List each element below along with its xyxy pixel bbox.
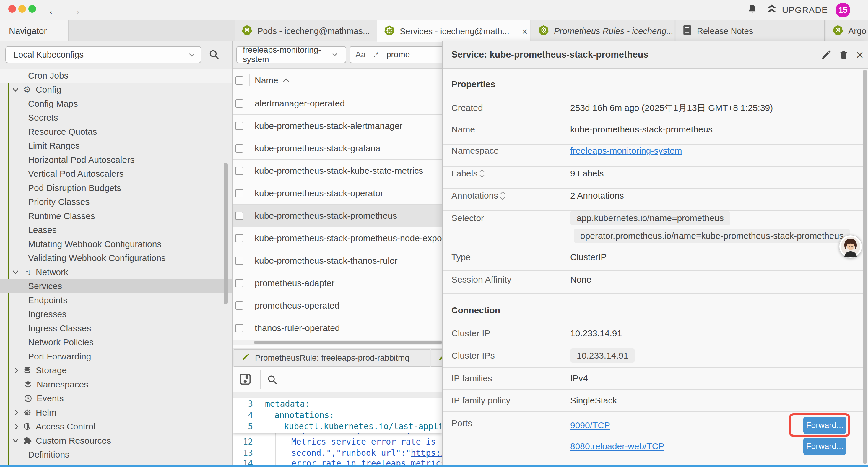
- sidebar-item-limit-ranges[interactable]: Limit Ranges: [0, 139, 233, 153]
- bell-icon[interactable]: [747, 4, 758, 17]
- yaml-editor[interactable]: 11 0","for":"1m","labels":{"service":" 1…: [233, 399, 442, 467]
- sidebar-item-ingresses[interactable]: Ingresses: [0, 308, 233, 322]
- sidebar-item-namespaces[interactable]: Namespaces: [0, 377, 233, 391]
- table-row[interactable]: alertmanager-operated: [233, 92, 442, 115]
- sidebar-item-config-maps[interactable]: Config Maps: [0, 97, 233, 111]
- port-link[interactable]: 9090/TCP: [570, 419, 610, 431]
- sidebar-item-ingress-classes[interactable]: Ingress Classes: [0, 321, 233, 335]
- tab-services[interactable]: Services - icecheng@math... ×: [377, 20, 530, 42]
- sidebar-item-network-policies[interactable]: Network Policies: [0, 335, 233, 350]
- close-icon[interactable]: ×: [854, 49, 866, 61]
- forward-arrow-icon[interactable]: →: [70, 2, 82, 18]
- sidebar-item-services[interactable]: Services: [0, 279, 233, 293]
- sidebar-item-definitions[interactable]: Definitions: [0, 448, 233, 462]
- sidebar-item-mutating-webhook-configurations[interactable]: Mutating Webhook Configurations: [0, 237, 233, 251]
- sidebar-item-helm[interactable]: Helm: [0, 406, 233, 420]
- sidebar-item-validating-webhook-configurations[interactable]: Validating Webhook Configurations: [0, 251, 233, 265]
- save-icon[interactable]: [239, 373, 252, 388]
- regex-toggle[interactable]: .*: [373, 50, 379, 59]
- custom-resources-puzzle-icon: [22, 436, 32, 445]
- field-value: kube-prometheus-stack-prometheus: [570, 123, 713, 135]
- forward-button[interactable]: Forward...: [803, 438, 846, 455]
- column-header-name[interactable]: Name: [255, 68, 289, 92]
- sidebar-item-storage[interactable]: Storage: [0, 363, 233, 378]
- service-search-input[interactable]: Aa .* prome: [349, 46, 442, 63]
- row-checkbox[interactable]: [235, 279, 243, 287]
- sidebar-item-vertical-pod-autoscalers[interactable]: Vertical Pod Autoscalers: [0, 167, 233, 181]
- avatar[interactable]: [839, 235, 862, 258]
- tab-argo[interactable]: Argo Se: [826, 20, 868, 42]
- tab-label: Argo Se: [848, 26, 868, 36]
- runbook-url-link[interactable]: https://net: [411, 448, 442, 458]
- sidebar-item-cron-jobs[interactable]: Cron Jobs: [0, 68, 233, 83]
- select-all-checkbox[interactable]: [235, 76, 243, 85]
- expand-collapse-icon[interactable]: [480, 170, 484, 177]
- upgrade-button[interactable]: UPGRADE: [766, 3, 828, 18]
- row-checkbox[interactable]: [235, 257, 243, 265]
- row-checkbox[interactable]: [235, 324, 243, 332]
- sidebar-item-runtime-classes[interactable]: Runtime Classes: [0, 209, 233, 223]
- sidebar-item-access-control[interactable]: Access Control: [0, 420, 233, 434]
- sidebar-item-pod-disruption-budgets[interactable]: Pod Disruption Budgets: [0, 181, 233, 195]
- close-window-light[interactable]: [8, 5, 16, 13]
- port-link[interactable]: 8080:reloader-web/TCP: [570, 440, 664, 452]
- sidebar-item-leases[interactable]: Leases: [0, 223, 233, 237]
- row-checkbox[interactable]: [235, 234, 243, 242]
- row-checkbox[interactable]: [235, 144, 243, 152]
- horizontal-scrollbar[interactable]: [233, 341, 442, 345]
- edit-pencil-icon[interactable]: [820, 49, 832, 61]
- table-row[interactable]: kube-prometheus-stack-kube-state-metrics: [233, 159, 442, 182]
- row-checkbox[interactable]: [235, 167, 243, 175]
- tab-pods[interactable]: Pods - icecheng@mathmas...: [235, 20, 377, 42]
- editor-tab-partial[interactable]: [431, 349, 442, 367]
- kubeconfig-select[interactable]: Local Kubeconfigs: [5, 46, 202, 63]
- maximize-window-light[interactable]: [28, 5, 36, 13]
- row-checkbox[interactable]: [235, 212, 243, 220]
- row-checkbox[interactable]: [235, 189, 243, 198]
- expand-collapse-icon[interactable]: [501, 192, 504, 199]
- sidebar-item-resource-quotas[interactable]: Resource Quotas: [0, 125, 233, 139]
- table-row-selected[interactable]: kube-prometheus-stack-prometheus: [233, 205, 442, 227]
- row-checkbox[interactable]: [235, 122, 243, 130]
- close-icon[interactable]: ×: [522, 27, 528, 36]
- resource-tree: Cron Jobs ⚙ Config Config Maps Secrets R…: [0, 68, 233, 467]
- sidebar-item-network[interactable]: ↑↓ Network: [0, 265, 233, 279]
- sidebar-item-secrets[interactable]: Secrets: [0, 111, 233, 125]
- table-row[interactable]: prometheus-operated: [233, 294, 442, 317]
- detail-scrollbar[interactable]: [863, 70, 867, 464]
- field-label: Annotations: [452, 190, 504, 202]
- table-row[interactable]: kube-prometheus-stack-grafana: [233, 137, 442, 159]
- table-row[interactable]: kube-prometheus-stack-thanos-ruler: [233, 250, 442, 272]
- row-checkbox[interactable]: [235, 301, 243, 310]
- sidebar-item-endpoints[interactable]: Endpoints: [0, 293, 233, 308]
- tab-prometheus-rules[interactable]: Prometheus Rules - icecheng...: [531, 20, 675, 42]
- tab-label: Pods - icecheng@mathmas...: [257, 26, 370, 36]
- table-row[interactable]: kube-prometheus-stack-operator: [233, 182, 442, 205]
- namespace-select[interactable]: freeleaps-monitoring-system: [236, 46, 346, 63]
- sidebar-scrollbar[interactable]: [224, 163, 228, 304]
- namespaces-layers-icon: [23, 380, 33, 389]
- sidebar-item-events[interactable]: Events: [0, 391, 233, 406]
- row-checkbox[interactable]: [235, 99, 243, 108]
- table-row[interactable]: thanos-ruler-operated: [233, 317, 442, 339]
- namespace-link[interactable]: freeleaps-monitoring-system: [570, 145, 682, 157]
- table-row[interactable]: kube-prometheus-stack-prometheus-node-ex…: [233, 227, 442, 250]
- trash-icon[interactable]: [838, 49, 850, 61]
- minimize-window-light[interactable]: [18, 5, 26, 13]
- search-icon[interactable]: [208, 49, 220, 62]
- tab-release-notes[interactable]: Release Notes: [676, 20, 825, 42]
- search-icon[interactable]: [267, 374, 278, 387]
- sidebar-item-horizontal-pod-autoscalers[interactable]: Horizontal Pod Autoscalers: [0, 153, 233, 167]
- navigator-panel-tab[interactable]: Navigator: [0, 20, 68, 42]
- sidebar-item-port-forwarding[interactable]: Port Forwarding: [0, 349, 233, 363]
- sidebar-item-custom-resources[interactable]: Custom Resources: [0, 434, 233, 448]
- match-case-toggle[interactable]: Aa: [355, 50, 366, 59]
- editor-tab-prometheusrule[interactable]: PrometheusRule: freeleaps-prod-rabbitmq: [234, 349, 430, 367]
- back-arrow-icon[interactable]: ←: [47, 2, 59, 18]
- sidebar-item-priority-classes[interactable]: Priority Classes: [0, 195, 233, 209]
- table-row[interactable]: kube-prometheus-stack-alertmanager: [233, 115, 442, 137]
- notification-badge[interactable]: 15: [836, 3, 850, 18]
- sidebar-item-config[interactable]: ⚙ Config: [0, 83, 233, 97]
- navigator-tab-label: Navigator: [9, 26, 47, 36]
- table-row[interactable]: prometheus-adapter: [233, 272, 442, 294]
